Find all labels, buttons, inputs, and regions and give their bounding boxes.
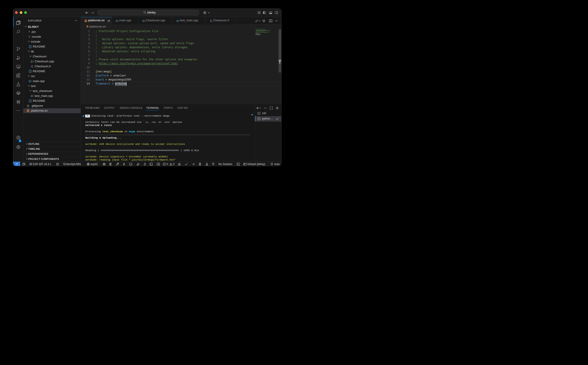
svg-text:C: C [116,19,118,22]
svg-text:C: C [142,19,144,22]
svg-text:C: C [31,95,33,98]
svg-text:C: C [31,65,33,68]
svg-text:C: C [29,80,31,83]
svg-text:C: C [31,60,33,63]
svg-text:C: C [210,19,212,22]
svg-text:C: C [177,19,179,22]
